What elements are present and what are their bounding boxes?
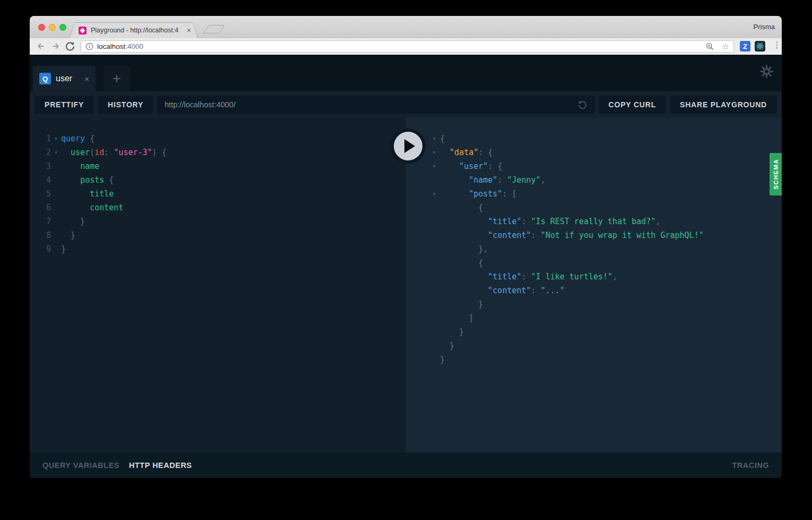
fold-caret-icon[interactable]: ▾	[428, 187, 440, 201]
close-window-button[interactable]	[38, 24, 45, 31]
fold-spacer	[428, 270, 440, 284]
minimize-window-button[interactable]	[49, 24, 56, 31]
share-playground-button[interactable]: SHARE PLAYGROUND	[670, 96, 777, 114]
editor-split: 1▾query {2▾ user(id: "user-3") {3 name4 …	[30, 118, 782, 453]
line-number: 3	[42, 159, 51, 173]
session-tab-title: user	[56, 74, 72, 83]
query-badge: Q	[39, 73, 51, 84]
line-number: 9	[42, 242, 51, 256]
fold-spacer	[428, 228, 440, 242]
fold-spacer	[428, 339, 440, 353]
code-text: }	[61, 228, 75, 242]
titlebar: Playground - http://localhost:4 × Prisma	[30, 16, 782, 38]
url-text: localhost:4000	[97, 42, 143, 50]
code-line: 5 title	[42, 187, 406, 201]
code-line: "name": "Jenny",	[428, 173, 782, 187]
line-number: 4	[42, 173, 51, 187]
back-icon[interactable]	[36, 41, 46, 52]
fold-caret-icon[interactable]: ▾	[428, 159, 440, 173]
playground-bottombar: QUERY VARIABLES HTTP HEADERS TRACING	[30, 453, 782, 478]
new-session-tab-button[interactable]: +	[103, 66, 130, 91]
code-line: "title": "Is REST really that bad?",	[428, 215, 782, 228]
playground-toolbar: PRETTIFY HISTORY COPY CURL SHARE PLAYGRO…	[30, 91, 782, 118]
endpoint-input[interactable]	[165, 100, 577, 109]
code-line: 2▾ user(id: "user-3") {	[42, 146, 406, 159]
code-line: 4 posts {	[42, 173, 406, 187]
fold-caret-icon[interactable]: ▾	[428, 132, 440, 146]
execute-query-button[interactable]	[391, 129, 426, 164]
url-host: localhost	[97, 42, 125, 50]
code-text: "user": {	[440, 159, 502, 173]
fold-spacer	[51, 242, 61, 256]
fold-spacer	[51, 228, 61, 242]
new-tab-button[interactable]	[203, 25, 224, 33]
query-editor[interactable]: 1▾query {2▾ user(id: "user-3") {3 name4 …	[30, 118, 406, 453]
reload-icon[interactable]	[65, 41, 75, 52]
code-line: ]	[428, 311, 782, 325]
code-line: ▾ "user": {	[428, 159, 782, 173]
query-variables-tab[interactable]: QUERY VARIABLES	[42, 461, 119, 470]
fold-spacer	[428, 215, 440, 228]
code-text: {	[440, 201, 483, 215]
fold-spacer	[51, 215, 61, 228]
code-text: ]	[440, 311, 473, 325]
browser-tab[interactable]: Playground - http://localhost:4 ×	[69, 22, 198, 38]
code-text: "content": "Not if you wrap it with Grap…	[440, 228, 704, 242]
reload-schema-icon[interactable]	[577, 100, 588, 110]
code-text: }	[440, 297, 483, 311]
code-text: }	[440, 353, 445, 366]
code-line: 9}	[42, 242, 406, 256]
browser-profile-name: Prisma	[754, 23, 775, 31]
browser-menu-icon[interactable]: ⋮	[773, 40, 781, 50]
line-number: 8	[42, 228, 51, 242]
tracing-tab[interactable]: TRACING	[732, 461, 769, 470]
settings-gear-icon[interactable]	[759, 64, 774, 79]
fullscreen-window-button[interactable]	[59, 24, 66, 31]
code-text: posts {	[61, 173, 114, 187]
code-text: "title": "I like turtles!",	[440, 270, 617, 284]
forward-icon[interactable]	[50, 41, 61, 52]
code-text: "data": {	[440, 146, 493, 159]
code-line: 1▾query {	[42, 132, 406, 146]
code-line: }	[428, 353, 782, 366]
code-line: "title": "I like turtles!",	[428, 270, 782, 284]
code-line: {	[428, 201, 782, 215]
bookmark-star-icon[interactable]: ☆	[722, 42, 729, 51]
code-text: title	[61, 187, 114, 201]
tab-close-icon[interactable]: ×	[187, 27, 191, 34]
address-bar[interactable]: localhost:4000 ☆	[81, 40, 734, 53]
code-line: ▾ "posts": [	[428, 187, 782, 201]
code-line: 7 }	[42, 215, 406, 228]
line-number: 5	[42, 187, 51, 201]
code-text: }	[61, 242, 66, 256]
code-text: content	[61, 201, 123, 215]
history-button[interactable]: HISTORY	[98, 96, 153, 114]
session-tab-user[interactable]: Q user ×	[33, 66, 96, 91]
schema-sidebar-tab[interactable]: SCHEMA	[770, 153, 782, 195]
extension-z-icon[interactable]: Z	[740, 41, 750, 52]
schema-tab-label: SCHEMA	[773, 159, 779, 190]
code-line: 8 }	[42, 228, 406, 242]
code-text: "content": "..."	[440, 284, 565, 297]
copy-curl-button[interactable]: COPY CURL	[599, 96, 666, 114]
code-line: }	[428, 339, 782, 353]
fold-caret-icon[interactable]: ▾	[51, 132, 61, 146]
page-info-icon[interactable]	[85, 42, 93, 50]
fold-spacer	[428, 242, 440, 256]
code-text: }	[61, 215, 85, 228]
fold-caret-icon[interactable]: ▾	[51, 146, 61, 159]
fold-spacer	[428, 201, 440, 215]
zoom-icon[interactable]	[705, 42, 714, 51]
extension-react-devtools-icon[interactable]	[755, 41, 765, 52]
fold-spacer	[51, 201, 61, 215]
code-line: }	[428, 297, 782, 311]
code-line: "content": "Not if you wrap it with Grap…	[428, 228, 782, 242]
session-tab-close-icon[interactable]: ×	[84, 74, 89, 83]
fold-caret-icon[interactable]: ▾	[428, 146, 440, 159]
http-headers-tab[interactable]: HTTP HEADERS	[129, 461, 192, 470]
prettify-button[interactable]: PRETTIFY	[34, 96, 94, 114]
fold-spacer	[51, 187, 61, 201]
code-line: {	[428, 256, 782, 270]
code-line: }	[428, 325, 782, 339]
browser-toolbar: localhost:4000 ☆ Z	[30, 38, 782, 55]
